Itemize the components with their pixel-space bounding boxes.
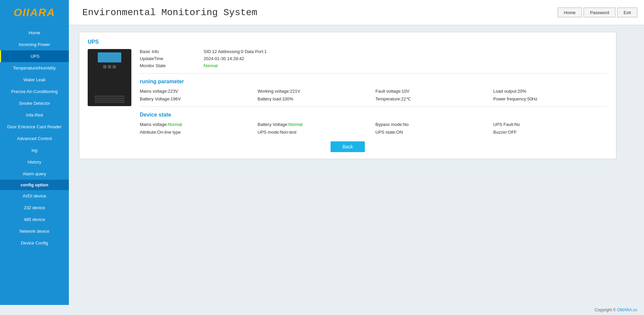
footer: Copyright © OMARA.cn <box>0 305 644 315</box>
basic-info-label: Basic Info <box>140 49 200 54</box>
sidebar-item-temp-humidity[interactable]: Temperature/Humidity <box>0 62 69 74</box>
vent-line-4 <box>94 102 125 103</box>
param-temperature: Temperature:22℃ <box>376 96 490 101</box>
ups-section-title: UPS <box>88 39 608 45</box>
state-battery-voltage-value: Normal <box>289 122 303 127</box>
update-time-label: UpdateTime <box>140 56 200 61</box>
ups-info-area: Basic Info SID:12 Addressing:0 Data Port… <box>88 49 608 135</box>
sidebar-item-ai-di[interactable]: AI/DI device <box>0 190 69 202</box>
param-working-voltage: Working voltage:221V <box>258 89 372 94</box>
param-mains-voltage: Mains voltage:223V <box>140 89 254 94</box>
state-attribute: Attribute:On-line type <box>140 130 254 135</box>
sidebar-item-device-config[interactable]: Device Config <box>0 237 69 249</box>
sidebar-item-485[interactable]: 485 device <box>0 214 69 225</box>
state-buzzer: Buzzer:OFF <box>493 130 608 135</box>
param-fault-voltage: Fault voltage:10V <box>376 89 490 94</box>
logo: OIIARA <box>0 0 69 25</box>
ups-control-buttons <box>103 65 116 69</box>
home-button[interactable]: Home <box>558 8 582 17</box>
sidebar: Home Incoming Power UPS Temperature/Humi… <box>0 25 69 305</box>
header-buttons: Home Password Exit <box>558 8 637 17</box>
device-state-title: Device state <box>140 112 608 118</box>
vent-line-1 <box>94 96 125 97</box>
state-mains-voltage: Mains voltage:Normal <box>140 122 254 127</box>
copyright-link[interactable]: OMARA.cn <box>617 308 637 312</box>
sidebar-item-infa-red[interactable]: Infa-Red <box>0 109 69 121</box>
param-power-freq: Power frequency:50Hz <box>493 96 608 101</box>
sidebar-item-alarm-query[interactable]: Alarm query <box>0 168 69 180</box>
content-area: UPS <box>69 25 644 305</box>
ups-image <box>88 49 131 106</box>
sidebar-item-precise-ac[interactable]: Precise Air-Conditioning <box>0 86 69 97</box>
sidebar-item-232[interactable]: 232 device <box>0 202 69 214</box>
sidebar-item-incoming-power[interactable]: Incoming Power <box>0 39 69 50</box>
sidebar-item-history[interactable]: History <box>0 156 69 168</box>
basic-info-grid: Basic Info SID:12 Addressing:0 Data Port… <box>140 49 608 68</box>
param-battery-voltage: Battery Voltage:196V <box>140 96 254 101</box>
password-button[interactable]: Password <box>584 8 615 17</box>
state-ups-mode: UPS mode:Non-test <box>258 130 372 135</box>
sidebar-item-door-entrance[interactable]: Door Entrance Card Reader <box>0 121 69 133</box>
param-battery-load: Battery load:100% <box>258 96 372 101</box>
header: OIIARA Environmental Monitoring System H… <box>0 0 644 25</box>
sidebar-item-log[interactable]: log <box>0 144 69 156</box>
update-time-value: 2024-01-30 14:28:42 <box>204 56 608 61</box>
divider-2 <box>140 106 608 107</box>
state-ups-fault: UPS Fault:No <box>493 122 608 127</box>
state-ups-state: UPS state:ON <box>376 130 490 135</box>
sidebar-item-water-leak[interactable]: Water Leak <box>0 74 69 86</box>
ups-vents <box>94 96 125 103</box>
vent-line-2 <box>94 98 125 99</box>
ups-btn-2 <box>108 65 111 69</box>
running-param-title: runing parameter <box>140 79 608 85</box>
divider-1 <box>140 73 608 74</box>
device-state-grid: Mains voltage:Normal Battery Voltage:Nor… <box>140 122 608 135</box>
state-bypass-mode: Bypass mode:No <box>376 122 490 127</box>
logo-text: OIIARA <box>14 6 55 19</box>
sidebar-item-home[interactable]: Home <box>0 27 69 39</box>
ups-btn-3 <box>113 65 116 69</box>
ups-screen-display <box>98 52 121 62</box>
ups-details: Basic Info SID:12 Addressing:0 Data Port… <box>131 49 608 135</box>
copyright-text: Copyright © <box>595 308 616 312</box>
back-button[interactable]: Back <box>331 141 364 152</box>
ups-panel: UPS <box>79 32 616 159</box>
config-section-label: config option <box>0 180 69 190</box>
main-layout: Home Incoming Power UPS Temperature/Humi… <box>0 25 644 305</box>
sidebar-item-network[interactable]: Network device <box>0 225 69 237</box>
page-title: Environmental Monitoring System <box>82 7 257 18</box>
vent-line-3 <box>94 100 125 101</box>
back-button-container: Back <box>88 141 608 152</box>
sidebar-item-advanced-control[interactable]: Advanced Control <box>0 133 69 144</box>
running-params-grid: Mains voltage:223V Working voltage:221V … <box>140 89 608 101</box>
monitor-state-label: Monitor State <box>140 63 200 68</box>
sidebar-item-ups[interactable]: UPS <box>0 50 69 62</box>
monitor-state-value: Normal <box>204 63 608 68</box>
param-load-output: Load output:20% <box>493 89 608 94</box>
exit-button[interactable]: Exit <box>617 8 637 17</box>
basic-info-value: SID:12 Addressing:0 Data Port:1 <box>204 49 608 54</box>
ups-btn-1 <box>103 65 106 69</box>
state-mains-voltage-value: Normal <box>168 122 182 127</box>
state-battery-voltage: Battery Voltage:Normal <box>258 122 372 127</box>
sidebar-item-smoke-detector[interactable]: Smoke Detector <box>0 97 69 109</box>
